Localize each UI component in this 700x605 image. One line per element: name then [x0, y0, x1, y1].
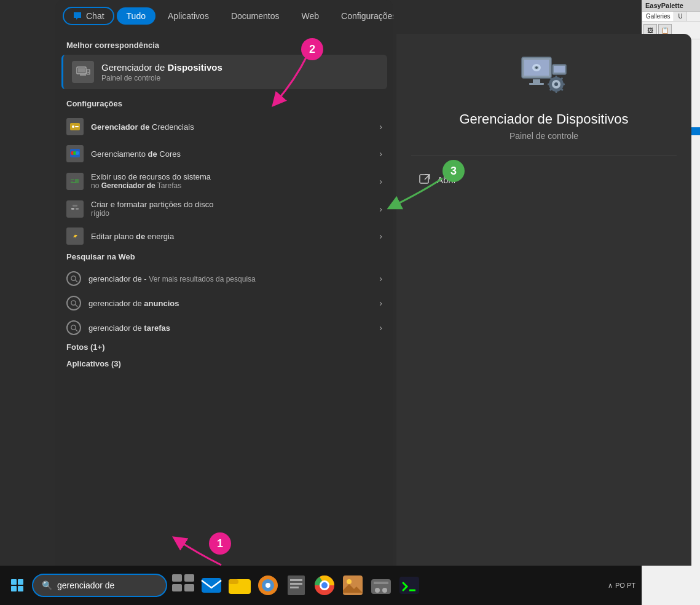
svg-line-24 [75, 304, 77, 307]
svg-rect-41 [548, 84, 550, 85]
tab-web[interactable]: Web [291, 7, 329, 25]
outlook-icon [199, 573, 224, 598]
web-search-icon-1 [66, 271, 81, 286]
svg-rect-13 [71, 181, 73, 181]
result-cores[interactable]: Gerenciamento de Cores › [55, 140, 393, 167]
svg-rect-30 [529, 83, 544, 85]
best-match-text: Gerenciador de Dispositivos Painel de co… [101, 62, 379, 82]
svg-rect-1 [78, 68, 85, 73]
svg-line-22 [75, 280, 77, 282]
taskbar-app-chrome[interactable] [312, 573, 337, 598]
firefox-icon [256, 573, 280, 598]
tab-chat-label: Chat [86, 11, 104, 21]
svg-rect-47 [420, 175, 428, 183]
svg-rect-63 [288, 575, 305, 595]
taskbar-search-box[interactable]: 🔍 gerenciador de [32, 574, 167, 597]
cores-text: Gerenciamento de Cores [91, 149, 372, 159]
file-explorer-icon [227, 573, 252, 598]
web-result-3[interactable]: gerenciador de tarefas › [55, 315, 393, 340]
taskbar-app-terminal[interactable] [397, 573, 422, 598]
search-icon-svg [70, 275, 78, 283]
energia-arrow: › [379, 231, 382, 241]
photos-icon [340, 573, 365, 598]
search-popup: Chat Tudo Aplicativos Documentos Web Con… [55, 0, 393, 566]
web-result-2[interactable]: gerenciador de anuncios › [55, 291, 393, 315]
svg-rect-51 [11, 586, 17, 591]
best-match-icon [72, 61, 94, 83]
taskbar-app-explorer[interactable] [227, 573, 252, 598]
device-manager-large-icon [519, 52, 568, 101]
web-result-3-arrow: › [379, 323, 382, 333]
particoes-icon [66, 200, 84, 218]
result-credenciais[interactable]: Gerenciador de Credenciais › [55, 113, 393, 140]
cores-arrow: › [379, 149, 382, 159]
web-result-1[interactable]: gerenciador de - Ver mais resultados da … [55, 266, 393, 291]
cores-icon-svg [69, 148, 81, 159]
taskbar-app-drive[interactable] [369, 573, 393, 598]
svg-point-10 [76, 151, 79, 155]
taskbar-app-taskview[interactable] [171, 573, 195, 598]
credenciais-icon [66, 118, 84, 135]
svg-rect-72 [371, 579, 391, 594]
svg-rect-55 [172, 584, 182, 591]
credenciais-arrow: › [379, 122, 382, 132]
drive-icon [369, 573, 393, 598]
taskbar: 🔍 gerenciador de [0, 566, 642, 605]
svg-rect-76 [399, 577, 419, 594]
tab-tudo[interactable]: Tudo [117, 7, 155, 25]
svg-rect-52 [18, 586, 23, 591]
svg-rect-59 [229, 579, 238, 584]
web-search-icon-3 [66, 320, 81, 335]
svg-rect-17 [71, 208, 74, 210]
detail-app-subtitle: Painel de controle [509, 131, 578, 141]
chat-icon [73, 11, 82, 21]
search-icon-2-svg [70, 299, 78, 307]
section-configuracoes-title: Configurações [55, 97, 393, 113]
tab-documentos[interactable]: Documentos [221, 7, 289, 25]
svg-point-74 [375, 588, 380, 593]
svg-rect-49 [11, 579, 17, 585]
svg-rect-64 [290, 579, 302, 581]
windows-logo-icon [10, 579, 24, 592]
taskbar-app-photos[interactable] [340, 573, 365, 598]
tab-bar: Chat Tudo Aplicativos Documentos Web Con… [55, 0, 393, 31]
svg-point-71 [347, 579, 352, 584]
device-manager-icon-sm [76, 65, 90, 79]
web-result-2-arrow: › [379, 298, 382, 308]
taskbar-app-notepad[interactable] [284, 573, 309, 598]
svg-rect-32 [554, 66, 565, 73]
svg-rect-18 [76, 208, 79, 210]
web-result-2-text: gerenciador de anuncios [88, 299, 372, 308]
tab-configuracoes[interactable]: Configurações [331, 7, 393, 25]
svg-line-26 [75, 329, 77, 331]
tab-galleries[interactable]: Galleries [642, 12, 674, 21]
svg-rect-39 [556, 76, 557, 78]
taskbar-app-outlook[interactable] [199, 573, 224, 598]
system-tray: ∧ PO PT [608, 582, 635, 590]
tab-chat[interactable]: Chat [63, 7, 114, 25]
svg-point-62 [265, 583, 270, 588]
tray-arrow[interactable]: ∧ [608, 582, 613, 590]
tab-u[interactable]: U [674, 12, 686, 21]
section-fotos-title: Fotos (1+) [55, 340, 393, 357]
taskbar-app-firefox[interactable] [256, 573, 280, 598]
tab-aplicativos[interactable]: Aplicativos [158, 7, 219, 25]
energia-icon-svg [69, 231, 81, 242]
result-energia[interactable]: Editar plano de energia › [55, 223, 393, 250]
detail-open-action[interactable]: Abrir [411, 168, 677, 191]
start-button[interactable] [6, 574, 28, 596]
result-particoes[interactable]: Criar e formatar partições do disco rígi… [55, 195, 393, 223]
best-match-title: Melhor correspondência [55, 38, 393, 55]
credenciais-text: Gerenciador de Credenciais [91, 122, 372, 132]
result-tarefas[interactable]: Exibir uso de recursos do sistema no Ger… [55, 167, 393, 195]
chrome-icon [312, 573, 337, 598]
best-match-item[interactable]: Gerenciador de Dispositivos Painel de co… [61, 55, 387, 89]
svg-rect-53 [172, 574, 182, 582]
svg-rect-6 [75, 126, 79, 127]
svg-point-23 [71, 300, 75, 304]
search-icon-3-svg [70, 324, 78, 332]
svg-rect-54 [184, 574, 194, 582]
tarefas-icon-svg [69, 176, 81, 187]
search-overlay: Chat Tudo Aplicativos Documentos Web Con… [55, 0, 645, 566]
task-view-icon [171, 573, 195, 598]
